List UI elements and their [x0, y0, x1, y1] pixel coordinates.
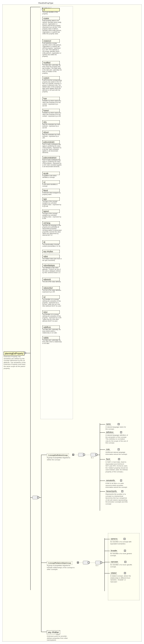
collapse-icon[interactable]: − [83, 454, 85, 456]
attr-anyother[interactable]: any ##other [42, 250, 60, 253]
expand-icon[interactable]: + [124, 572, 126, 574]
crg-item[interactable]: related [110, 572, 117, 574]
connector [41, 632, 47, 632]
expand-icon[interactable]: + [124, 538, 125, 540]
attr-desc: Why the metadata has been included - exp… [42, 124, 62, 128]
cdg-desc: A group of properties required to define… [47, 457, 73, 461]
expand-icon[interactable]: + [120, 431, 122, 433]
connector [39, 498, 41, 498]
expand-icon[interactable]: + [120, 480, 122, 482]
attr-pubconstraint[interactable]: pubconstraint [42, 140, 60, 144]
attr-qcode[interactable]: qcode [42, 172, 60, 175]
collapse-icon[interactable]: − [95, 454, 97, 456]
crg-item[interactable]: sameAs [110, 538, 118, 540]
cdg-label: ConceptDefinitionGroup [48, 454, 68, 456]
attr-desc: A URI which identifies a concept [42, 184, 62, 187]
collapse-icon[interactable]: ⊟ [72, 454, 74, 456]
attr-howuri[interactable]: howuri [42, 109, 60, 112]
root-desc: Extension Property: the semantics are de… [4, 356, 26, 369]
collapse-icon[interactable]: − [88, 562, 90, 564]
attr-pubconstrainturi[interactable]: pubconstrainturi [42, 156, 60, 159]
attr-modified[interactable]: modified [42, 61, 60, 64]
attr-valuedatatype[interactable]: valuedatatype [42, 264, 60, 267]
cdg-item-desc: Represents the position of a concept in … [105, 493, 128, 505]
attr-dir[interactable]: dir [42, 240, 60, 244]
attr-validfrom[interactable]: validfrom [42, 326, 60, 329]
attr-desc: A qualified code which identifies a conc… [42, 175, 62, 178]
cdg-item-desc: A natural language name for the concept. [105, 426, 128, 430]
collapse-icon[interactable]: − [100, 562, 102, 564]
connector [104, 539, 110, 539]
expand-icon[interactable]: + [121, 490, 123, 492]
attr-uri[interactable]: uri [42, 180, 60, 184]
vconnector [30, 7, 31, 590]
attr-type[interactable]: type [42, 197, 60, 201]
cdg-item[interactable]: facet [105, 458, 111, 460]
attr-creatoruri[interactable]: creatoruri [42, 39, 60, 42]
expand-icon[interactable]: + [124, 561, 126, 563]
cdg-item[interactable]: name [105, 423, 111, 426]
expand-icon[interactable]: + [124, 550, 126, 552]
attr-desc: The type of the concept assigned as cont… [42, 201, 62, 207]
connector [79, 562, 83, 563]
attr-desc: The directionality of textual content (e… [42, 244, 62, 247]
expand-icon[interactable]: + [118, 423, 119, 425]
connector [102, 562, 104, 563]
connector [104, 551, 110, 551]
attr-valueunit[interactable]: valueunit [42, 278, 60, 281]
attr-rel[interactable]: rel [42, 296, 60, 299]
vconnector [41, 455, 41, 632]
cdg-item-desc: In NAR 1.8 and later, facet is deprecate… [105, 461, 128, 473]
attr-validto[interactable]: validto [42, 336, 60, 340]
cdg-item[interactable]: note [105, 448, 110, 451]
cardinality: 0..∞ [57, 634, 59, 635]
crg-box[interactable]: ConceptRelationshipsGroup [47, 561, 72, 565]
attr-desc: Indicates by which means the value was e… [42, 100, 62, 106]
connector [41, 455, 47, 455]
attr-creator[interactable]: creator [42, 17, 60, 20]
crg-label: ConceptRelationshipsGroup [48, 562, 71, 564]
attr-typeuri[interactable]: typeuri [42, 210, 60, 213]
collapse-icon[interactable]: − [37, 496, 39, 498]
cdg-item[interactable]: hierarchyInfo [105, 490, 117, 492]
attr-desc: The date (and, optionally, the time) whe… [42, 64, 62, 74]
attr-why[interactable]: why [42, 120, 60, 124]
connector [100, 450, 105, 450]
attr-value[interactable]: value [42, 255, 60, 258]
cdg-item[interactable]: definition [105, 431, 114, 434]
attr-whyuri[interactable]: whyuri [42, 131, 60, 134]
attr-how[interactable]: how [42, 97, 60, 100]
root-element[interactable]: planningExtProperty [4, 352, 25, 356]
attr-id[interactable]: id [42, 8, 60, 12]
attr-xmllang[interactable]: xml:lang [42, 222, 60, 225]
root-label: planningExtProperty [5, 352, 23, 355]
connector [26, 353, 30, 353]
crg-item[interactable]: narrower [110, 560, 119, 563]
collapse-icon[interactable]: ⊟ [77, 562, 79, 564]
expand-icon[interactable]: + [118, 448, 119, 450]
attr-literal[interactable]: literal [42, 189, 60, 192]
attr-custom[interactable]: custom [42, 76, 60, 80]
cdg-item[interactable]: remoteInfo [105, 479, 115, 482]
crg-item[interactable]: broader [110, 550, 118, 552]
connector [97, 455, 100, 455]
any-other-desc: Extension point for provider-defined pro… [47, 635, 71, 641]
crg-desc: A group of properties required to indica… [47, 565, 75, 570]
expand-icon[interactable]: + [118, 458, 120, 460]
connector [41, 562, 47, 563]
connector [90, 562, 95, 563]
cardinality: 0..∞ [96, 565, 98, 566]
attr-desc: If the attribute is empty, specifies whi… [42, 42, 62, 57]
connector [100, 459, 105, 460]
connector [100, 424, 105, 424]
type-title: Flex2ExtPropType [38, 2, 53, 4]
vconnector [104, 538, 105, 591]
cdg-box[interactable]: ConceptDefinitionGroup [47, 453, 69, 457]
attr-desc: The unit of the value attribute - expres… [42, 290, 62, 293]
attr-desc: The unit of the value attribute. [42, 281, 62, 283]
attr-valueunituri[interactable]: valueunituri [42, 286, 60, 290]
connector [85, 455, 91, 455]
attr-reluri[interactable]: reluri [42, 310, 60, 314]
collapse-icon[interactable]: − [24, 352, 26, 354]
attr-desc: One or many constraints that apply to pu… [42, 159, 62, 168]
